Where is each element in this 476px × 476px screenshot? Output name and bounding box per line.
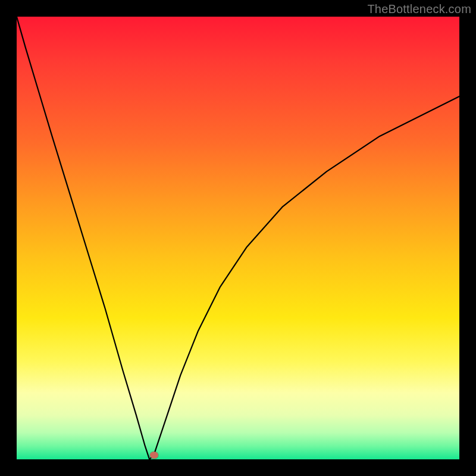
min-point-marker	[150, 452, 158, 459]
watermark-text: TheBottleneck.com	[367, 2, 471, 16]
chart-frame: TheBottleneck.com	[0, 0, 476, 476]
bottleneck-curve	[17, 17, 459, 459]
plot-area	[17, 17, 459, 459]
